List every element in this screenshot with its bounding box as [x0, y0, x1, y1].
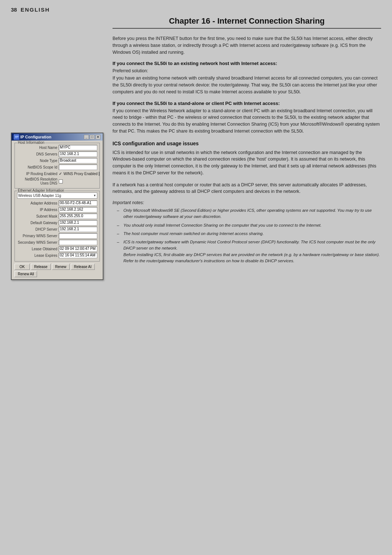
- release-all-button[interactable]: Release AI: [71, 264, 95, 270]
- netbios-scope-row: NetBIOS Scope Id: [17, 164, 97, 170]
- right-panel: Chapter 16 - Internet Connection Sharing…: [109, 16, 381, 544]
- adapter-address-value: 00-50-F2-C8-48-A1: [59, 200, 97, 206]
- minimize-button[interactable]: _: [84, 135, 89, 139]
- dns-servers-value: 192.168.2.1: [59, 151, 97, 157]
- svg-rect-3: [15, 138, 17, 138]
- section2-heading: If you connect the SL50i to a stand-alon…: [113, 101, 381, 106]
- subnet-mask-row: Subnet Mask 255.255.255.0: [17, 213, 97, 219]
- dialog-controls[interactable]: _ □ ×: [84, 135, 101, 139]
- ok-button[interactable]: OK: [15, 264, 30, 270]
- dialog-icon: [14, 134, 19, 139]
- dropdown-arrow-icon: ▼: [93, 194, 96, 197]
- iprouting-label: IP Routing Enabled: [17, 172, 59, 176]
- adapter-address-row: Adapter Address 00-50-F2-C8-48-A1: [17, 200, 97, 206]
- host-info-group-title: Host Information: [17, 141, 45, 145]
- host-info-group: Host Information Host Name MYPC DNS Serv…: [15, 143, 100, 189]
- page-language: ENGLISH: [21, 7, 50, 13]
- node-type-value: Broadcast: [59, 158, 97, 163]
- default-gateway-label: Default Gateway: [17, 221, 59, 225]
- notes-list: Only Microsoft Windows98 SE (Second Edit…: [120, 207, 381, 264]
- netbios-dns-checkbox[interactable]: [59, 179, 63, 183]
- iprouting-wins-row: IP Routing Enabled ✓ WINS Proxy Enabled: [17, 171, 97, 177]
- dns-servers-row: DNS Servers 192.168.2.1: [17, 151, 97, 157]
- lease-obtained-label: Lease Obtained: [17, 247, 59, 251]
- host-name-value: MYPC: [59, 145, 97, 150]
- netbios-scope-label: NetBIOS Scope Id: [17, 165, 59, 169]
- list-item: ICS is router/gateway software with Dyna…: [120, 239, 381, 264]
- adapter-address-label: Adapter Address: [17, 201, 59, 205]
- dhcp-server-label: DHCP Server: [17, 227, 59, 231]
- host-name-label: Host Name: [17, 146, 59, 150]
- ip-address-value: 192.168.2.162: [59, 207, 97, 212]
- close-button[interactable]: ×: [95, 135, 101, 139]
- primary-wins-label: Primary WINS Server: [17, 234, 59, 238]
- section1-body: If you have an existing home network wit…: [113, 75, 381, 95]
- ip-address-label: IP Address: [17, 208, 59, 212]
- renew-button[interactable]: Renew: [52, 264, 70, 270]
- important-label: Important notes:: [113, 200, 381, 205]
- subnet-mask-label: Subnet Mask: [17, 214, 59, 218]
- secondary-wins-label: Secondary WINS Server: [17, 240, 59, 244]
- intro-paragraph: Before you press the INTERNET button for…: [113, 35, 381, 56]
- node-type-label: Node Type: [17, 159, 59, 163]
- lease-obtained-value: 02 09 04 12:00:47 PM: [59, 246, 97, 252]
- iprouting-value: ✓: [59, 171, 62, 176]
- node-type-row: Node Type Broadcast: [17, 158, 97, 163]
- content-area: IP Configuration _ □ × Host Information: [11, 16, 381, 544]
- ip-configuration-dialog[interactable]: IP Configuration _ □ × Host Information: [11, 133, 103, 280]
- dhcp-server-value: 192.168.2.1: [59, 227, 97, 232]
- subnet-mask-value: 255.255.255.0: [59, 214, 97, 219]
- lease-obtained-row: Lease Obtained 02 09 04 12:00:47 PM: [17, 246, 97, 252]
- adapter-dropdown-value: Wireless USB Adapter 11g: [18, 194, 61, 198]
- ics-body2: If a network has a central host computer…: [113, 182, 381, 195]
- ethernet-group-title: Ethernet Adapter Information: [17, 189, 65, 193]
- list-item: You should only install Internet Connect…: [120, 222, 381, 228]
- list-item: Only Microsoft Windows98 SE (Second Edit…: [120, 207, 381, 220]
- ics-section-heading: ICS configuration and usage issues: [113, 141, 381, 146]
- dhcp-server-row: DHCP Server 192.168.2.1: [17, 226, 97, 232]
- secondary-wins-row: Secondary WINS Server: [17, 239, 97, 245]
- ip-address-row: IP Address 192.168.2.162: [17, 207, 97, 212]
- wins-proxy-checkbox[interactable]: [99, 172, 99, 176]
- dialog-titlebar: IP Configuration _ □ ×: [12, 133, 103, 141]
- wins-proxy-label: WINS Proxy Enabled: [64, 172, 98, 176]
- page: 38 ENGLISH: [0, 0, 392, 555]
- ics-body1: ICS is intended for use in small network…: [113, 149, 381, 177]
- primary-wins-value: [59, 233, 97, 239]
- page-number: 38: [11, 7, 17, 13]
- dialog-buttons: OK Release Renew Release AI Renew All: [15, 264, 100, 277]
- lease-expires-row: Lease Expires 02 16 04 11:55:14 AM: [17, 252, 97, 258]
- svg-rect-1: [15, 136, 19, 137]
- dialog-body: Host Information Host Name MYPC DNS Serv…: [12, 141, 103, 279]
- renew-all-button[interactable]: Renew All: [15, 271, 37, 277]
- default-gateway-value: 192.168.2.1: [59, 220, 97, 226]
- svg-rect-2: [15, 137, 19, 137]
- secondary-wins-value: [59, 240, 97, 245]
- titlebar-left: IP Configuration: [14, 134, 51, 139]
- netbios-scope-value: [59, 165, 97, 170]
- section1-heading: If you connect the SL50i to an existing …: [113, 61, 381, 66]
- chapter-title: Chapter 16 - Internet Connection Sharing: [113, 16, 381, 29]
- netbios-dns-row: NetBIOS Resolution Uses DNS: [17, 177, 97, 185]
- adapter-dropdown[interactable]: Wireless USB Adapter 11g ▼: [17, 193, 97, 199]
- preferred-label: Preferred solution:: [113, 68, 381, 74]
- default-gateway-row: Default Gateway 192.168.2.1: [17, 220, 97, 226]
- release-button[interactable]: Release: [31, 264, 51, 270]
- section2-body: If you connect the Wireless Network adap…: [113, 108, 381, 135]
- list-item: The host computer must remain switched o…: [120, 231, 381, 237]
- primary-wins-row: Primary WINS Server: [17, 233, 97, 239]
- dialog-title: IP Configuration: [20, 135, 51, 139]
- dns-servers-label: DNS Servers: [17, 152, 59, 156]
- left-panel: IP Configuration _ □ × Host Information: [11, 16, 109, 544]
- page-header: 38 ENGLISH: [11, 7, 381, 13]
- maximize-button[interactable]: □: [90, 135, 95, 139]
- ethernet-group: Ethernet Adapter Information Wireless US…: [15, 191, 100, 262]
- lease-expires-value: 02 16 04 11:55:14 AM: [59, 253, 97, 258]
- netbios-dns-label: NetBIOS Resolution Uses DNS: [17, 177, 59, 185]
- host-name-row: Host Name MYPC: [17, 145, 97, 150]
- lease-expires-label: Lease Expires: [17, 254, 59, 258]
